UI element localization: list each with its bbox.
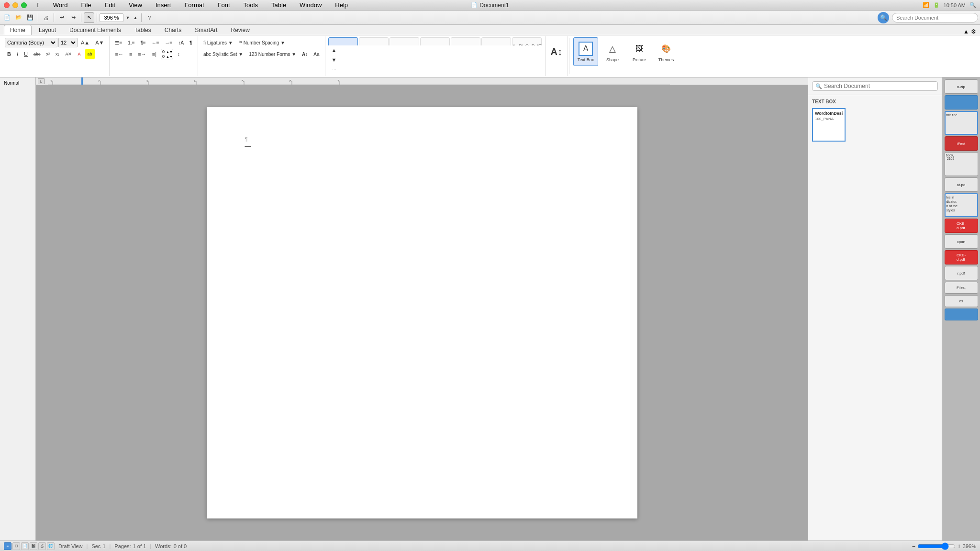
minimize-button[interactable]	[12, 2, 18, 8]
desktop-item-cke1[interactable]: CKE-d.pdf	[945, 219, 978, 233]
view-publish[interactable]: 📄	[21, 542, 29, 550]
desktop-item-blue1[interactable]	[945, 95, 978, 110]
help-button[interactable]: ?	[144, 12, 155, 23]
tab-selector[interactable]: L	[38, 78, 45, 84]
tab-smartart[interactable]: SmartArt	[189, 25, 223, 35]
search-document-field[interactable]	[824, 83, 935, 89]
style-heading1[interactable]: AaBbCcDd Heading 1	[390, 37, 419, 45]
picture-button[interactable]: 🖼 Picture	[627, 37, 652, 66]
menu-apple[interactable]: 	[34, 0, 43, 10]
tab-document-elements[interactable]: Document Elements	[63, 25, 127, 35]
search-icon[interactable]: 🔍	[878, 12, 889, 23]
multilevel-list-button[interactable]: ¶≡	[138, 37, 148, 48]
para-after-spinner[interactable]: ▲▼	[166, 55, 173, 58]
desktop-item-rpdf[interactable]: r.pdf	[945, 266, 978, 280]
styles-scroll-down-button[interactable]: ▼	[329, 55, 339, 65]
desktop-item-xpan[interactable]: xpan	[945, 234, 978, 249]
style-title[interactable]: AaBbC Title	[451, 37, 480, 45]
textbox-preview-item[interactable]: WordtoInDesi 100_PANA	[812, 108, 846, 142]
menu-help[interactable]: Help	[332, 0, 351, 10]
desktop-item-zip[interactable]: n.zip	[945, 79, 978, 94]
search-document-input[interactable]	[892, 13, 978, 22]
font-family-select[interactable]: Cambria (Body)	[5, 38, 57, 47]
typo-extra2-button[interactable]: Aa	[311, 49, 322, 59]
line-spacing-button[interactable]: ↕	[175, 49, 182, 59]
zoom-input[interactable]	[100, 13, 123, 22]
desktop-item-files[interactable]: Files,	[945, 282, 978, 294]
shape-button[interactable]: △ Shape	[600, 37, 625, 66]
strikethrough-button[interactable]: abc	[31, 49, 43, 59]
themes-button[interactable]: 🎨 Themes	[654, 37, 679, 66]
align-justify-button[interactable]: ≡|	[150, 49, 159, 59]
styles-more-button[interactable]: ⋯	[329, 65, 339, 74]
zoom-in-button[interactable]: +	[958, 543, 961, 550]
menu-format[interactable]: Format	[181, 0, 207, 10]
save-button[interactable]: 💾	[25, 12, 35, 23]
font-size-select[interactable]: 12	[58, 38, 78, 47]
undo-button[interactable]: ↩	[56, 12, 67, 23]
menu-view[interactable]: View	[126, 0, 145, 10]
ribbon-expand-button[interactable]: ▲	[963, 28, 969, 35]
style-heading2[interactable]: AaBbCcDd Heading 2	[420, 37, 450, 45]
menu-window[interactable]: Window	[297, 0, 324, 10]
desktop-item-book[interactable]: book, -2102	[945, 152, 978, 176]
desktop-item-atpd[interactable]: at.pd	[945, 177, 978, 192]
tab-charts[interactable]: Charts	[158, 25, 188, 35]
tab-home[interactable]: Home	[4, 25, 32, 35]
style-sidebar-normal[interactable]: Normal	[2, 79, 33, 87]
menu-tools[interactable]: Tools	[241, 0, 261, 10]
style-subtitle[interactable]: AaBbCcDd Subtitle	[481, 37, 511, 45]
ligatures-button[interactable]: fi Ligatures ▼	[201, 37, 235, 48]
zoom-out-button[interactable]: −	[912, 543, 915, 550]
sort-button[interactable]: ↕A	[176, 37, 186, 48]
desktop-item-cke2[interactable]: CKE-d.pdf	[945, 250, 978, 264]
menu-font[interactable]: Font	[215, 0, 233, 10]
bullets-button[interactable]: ☰≡	[112, 37, 124, 48]
zoom-slider-input[interactable]	[917, 543, 956, 549]
cursor-tool[interactable]: ↖	[84, 12, 94, 23]
menu-edit[interactable]: Edit	[102, 0, 118, 10]
style-normal[interactable]: AaBbCcDdEe Normal	[328, 37, 358, 45]
highlight-button[interactable]: ab	[85, 49, 95, 59]
ribbon-settings-button[interactable]: ⚙	[971, 28, 976, 35]
tab-tables[interactable]: Tables	[128, 25, 157, 35]
subscript-button[interactable]: x₂	[53, 49, 62, 59]
view-notebook[interactable]: 📓	[30, 542, 37, 550]
indent-decrease-button[interactable]: ←≡	[149, 37, 162, 48]
show-hide-button[interactable]: ¶	[187, 37, 195, 48]
view-web[interactable]: 🌐	[47, 542, 55, 550]
para-before-spinner[interactable]: ▲▼	[166, 50, 173, 54]
zoom-up-button[interactable]: ▲	[132, 14, 139, 21]
redo-button[interactable]: ↪	[68, 12, 78, 23]
tab-review[interactable]: Review	[224, 25, 256, 35]
bold-button[interactable]: B	[5, 49, 13, 59]
align-center-button[interactable]: ≡	[127, 49, 134, 59]
page-content[interactable]: ¶ —	[245, 136, 599, 150]
view-print[interactable]: 🖨	[38, 542, 46, 550]
tab-layout[interactable]: Layout	[33, 25, 62, 35]
underline-button[interactable]: U	[22, 49, 30, 59]
align-right-button[interactable]: ≡→	[135, 49, 148, 59]
number-spacing-button[interactable]: ⁰¹ Number Spacing ▼	[236, 37, 288, 48]
desktop-item-red[interactable]: iFest	[945, 136, 978, 151]
typo-extra-button[interactable]: A↕	[300, 49, 310, 59]
fullscreen-button[interactable]	[21, 2, 27, 8]
stylistic-set-button[interactable]: abc Stylistic Set ▼	[201, 49, 245, 59]
style-no-spacing[interactable]: AaBbCcDdEe No Spacing	[359, 37, 389, 45]
increase-font-button[interactable]: A▲	[78, 37, 92, 48]
left-margin-indicator[interactable]	[81, 77, 83, 85]
desktop-item-indicator[interactable]: les indicator,n of thestyles	[945, 193, 978, 217]
menu-word[interactable]: Word	[50, 0, 71, 10]
change-styles-button[interactable]: A↕	[548, 42, 565, 61]
menu-insert[interactable]: Insert	[153, 0, 174, 10]
view-draft[interactable]: ≡	[4, 542, 11, 550]
font-color-button[interactable]: A	[76, 49, 84, 59]
desktop-item-blue2[interactable]	[945, 309, 978, 320]
desktop-item-fine[interactable]: the fine	[945, 111, 978, 135]
search-menu-icon[interactable]: 🔍	[969, 2, 976, 8]
style-subtle-emphasis[interactable]: AaBbCcDdE Subtle Emph...	[512, 37, 542, 45]
textbox-button[interactable]: A Text Box	[573, 37, 598, 66]
new-doc-button[interactable]: 📄	[2, 12, 12, 23]
decrease-font-button[interactable]: A▼	[93, 37, 106, 48]
clear-format-button[interactable]: A✕	[63, 49, 74, 59]
